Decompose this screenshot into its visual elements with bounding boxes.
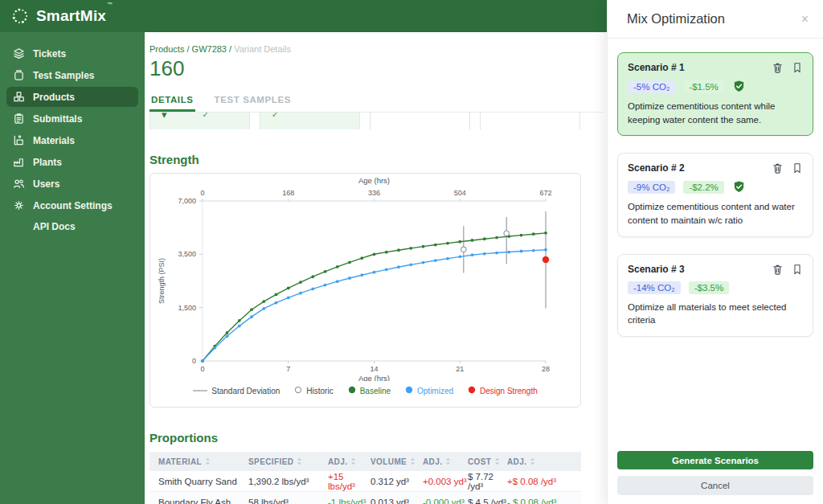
test-samples-icon <box>13 69 25 81</box>
sort-icon <box>494 457 500 465</box>
scenario-actions <box>772 263 803 276</box>
plants-icon <box>13 156 25 168</box>
column-header-material[interactable]: MATERIAL <box>158 457 248 466</box>
legend-label: Optimized <box>417 387 453 395</box>
scenario-description: Optimize cementitious content while keep… <box>628 100 803 126</box>
column-header-cost[interactable]: COST <box>468 457 507 466</box>
sidebar-item-label: Plants <box>33 157 62 168</box>
sidebar-item-account-settings[interactable]: Account Settings <box>6 195 138 215</box>
breadcrumb-links[interactable]: Products / GW7283 / <box>149 44 231 54</box>
legend-label: Historic <box>306 387 333 395</box>
table-cell: +15 lbs/yd³ <box>328 472 371 491</box>
table-cell: $ 7.72 /yd³ <box>468 472 507 491</box>
sidebar-item-label: API Docs <box>33 221 76 232</box>
svg-text:7: 7 <box>286 365 290 373</box>
scenario-card-1[interactable]: Scenario # 1 -5% CO₂ -$1.5% Optimize cem… <box>617 52 813 136</box>
svg-text:336: 336 <box>368 189 380 197</box>
svg-text:504: 504 <box>454 189 466 197</box>
table-header-row: MATERIALSPECIFIEDADJ.VOLUMEADJ.COSTADJ. <box>149 452 581 471</box>
strength-chart-card: Age (hrs)016833650467201,5003,5007,000St… <box>149 173 581 408</box>
sort-icon <box>297 457 302 465</box>
bookmark-icon[interactable] <box>792 263 803 276</box>
stat-card-3 <box>370 113 470 129</box>
smartmix-ring-icon <box>11 7 29 25</box>
sidebar-item-materials[interactable]: Materials <box>6 130 138 150</box>
scenario-actions <box>772 61 803 74</box>
application-area: SmartMix™ TicketsTest SamplesProductsSub… <box>0 0 607 504</box>
trash-icon[interactable] <box>772 263 784 276</box>
svg-text:Age (hrs): Age (hrs) <box>358 374 390 381</box>
table-cell: 0.312 yd³ <box>371 477 423 486</box>
shield-check-icon <box>732 80 746 93</box>
table-body: Smith Quarry Sand1,390.2 lbs/yd³+15 lbs/… <box>149 471 581 504</box>
scenario-card-3[interactable]: Scenario # 3 -14% CO₂ -$3.5% Optimize al… <box>617 254 813 337</box>
legend-swatch <box>348 386 356 395</box>
scenario-header: Scenario # 3 <box>628 263 803 276</box>
sidebar-item-label: Products <box>33 92 75 103</box>
products-icon <box>13 91 25 103</box>
table-cell: Boundary Fly Ash <box>158 498 248 504</box>
check-icon: ✓ <box>203 113 209 119</box>
scenario-description: Optimize cementitious content and water … <box>628 200 803 227</box>
main-content: Products / GW7283 / Variant Details 160 … <box>145 32 607 504</box>
panel-actions: Generate Scenarios Cancel <box>608 451 823 504</box>
proportions-section-title: Proportions <box>149 431 607 445</box>
sidebar-item-users[interactable]: Users <box>6 174 138 194</box>
svg-text:0: 0 <box>192 357 196 365</box>
column-header-adj[interactable]: ADJ. <box>507 457 572 466</box>
sort-icon <box>350 457 356 465</box>
table-cell: 1,390.2 lbs/yd³ <box>248 477 328 486</box>
scenario-description: Optimize all materials to meet selected … <box>628 301 803 327</box>
brand-logo[interactable]: SmartMix™ <box>11 7 112 25</box>
scenario-card-2[interactable]: Scenario # 2 -9% CO₂ -$2.2% Optimize cem… <box>617 153 813 236</box>
bookmark-icon[interactable] <box>792 162 803 174</box>
cost-reduction-badge: -$1.5% <box>683 80 723 93</box>
column-header-adj[interactable]: ADJ. <box>423 457 468 466</box>
svg-text:28: 28 <box>542 365 550 373</box>
co2-reduction-badge: -5% CO₂ <box>628 80 675 93</box>
sidebar-item-label: Submittals <box>33 113 82 125</box>
scenario-title: Scenario # 3 <box>628 264 685 275</box>
table-row[interactable]: Boundary Fly Ash58 lbs/yd³-1 lbs/yd³0.01… <box>149 492 581 504</box>
sidebar-item-products[interactable]: Products <box>6 87 138 107</box>
bookmark-icon[interactable] <box>792 61 803 74</box>
column-header-adj[interactable]: ADJ. <box>328 457 371 466</box>
sidebar-item-submittals[interactable]: Submittals <box>6 109 138 129</box>
table-cell: 58 lbs/yd³ <box>248 498 328 504</box>
column-label: COST <box>468 457 491 466</box>
sidebar-item-label: Materials <box>33 135 75 146</box>
legend-historic: Historic <box>294 386 333 395</box>
tab-details[interactable]: DETAILS <box>149 92 195 112</box>
column-label: ADJ. <box>423 457 442 466</box>
table-cell: -1 lbs/yd³ <box>328 498 371 504</box>
svg-text:14: 14 <box>370 365 378 373</box>
chart-legend: Standard DeviationHistoricBaselineOptimi… <box>150 386 580 395</box>
legend-swatch <box>193 387 207 395</box>
svg-text:1,500: 1,500 <box>178 304 196 312</box>
sort-icon <box>530 457 535 465</box>
table-row[interactable]: Smith Quarry Sand1,390.2 lbs/yd³+15 lbs/… <box>149 471 581 492</box>
breadcrumb-current: Variant Details <box>231 44 291 54</box>
svg-text:7,000: 7,000 <box>178 197 196 205</box>
close-icon[interactable]: × <box>801 13 809 26</box>
co2-reduction-badge: -9% CO₂ <box>628 181 675 194</box>
scenario-badges: -9% CO₂ -$2.2% <box>628 180 803 194</box>
sidebar-item-api-docs[interactable]: API Docs <box>6 217 138 236</box>
legend-baseline: Baseline <box>348 386 391 395</box>
column-header-volume[interactable]: VOLUME <box>371 457 423 466</box>
scenario-header: Scenario # 2 <box>628 162 803 174</box>
sidebar-item-tickets[interactable]: Tickets <box>6 43 138 64</box>
shield-check-icon <box>732 180 746 194</box>
generate-scenarios-button[interactable]: Generate Scenarios <box>617 451 813 469</box>
column-label: SPECIFIED <box>248 457 293 466</box>
sidebar-item-plants[interactable]: Plants <box>6 152 138 172</box>
cancel-button[interactable]: Cancel <box>617 476 813 495</box>
trash-icon[interactable] <box>772 61 784 74</box>
column-header-specified[interactable]: SPECIFIED <box>248 457 328 466</box>
table-cell: - $ 0.08 /yd³ <box>507 498 572 504</box>
sidebar-item-test-samples[interactable]: Test Samples <box>6 65 138 85</box>
submittals-icon <box>13 113 25 125</box>
trash-icon[interactable] <box>772 162 784 174</box>
scenario-header: Scenario # 1 <box>628 61 803 74</box>
tab-test-samples[interactable]: TEST SAMPLES <box>213 92 293 112</box>
